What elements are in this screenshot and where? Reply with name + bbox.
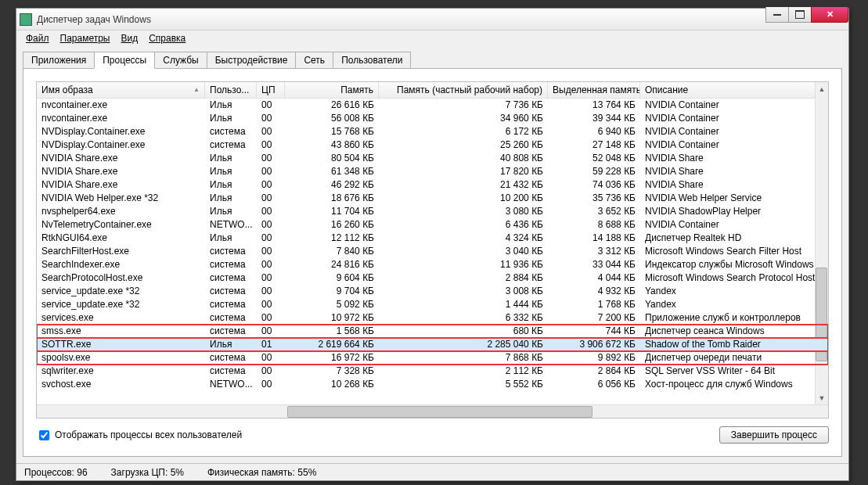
table-row[interactable]: SearchFilterHost.exeсистема007 840 КБ3 0…	[37, 245, 828, 258]
column-headers: Имя образа Пользо... ЦП Память Память (ч…	[37, 82, 828, 99]
cell: 5 552 КБ	[379, 378, 548, 391]
table-row[interactable]: RtkNGUI64.exeИлья0012 112 КБ4 324 КБ14 1…	[37, 232, 828, 245]
cell: 5 092 КБ	[285, 298, 379, 311]
cell: 21 432 КБ	[379, 178, 548, 192]
cell: 10 972 КБ	[285, 311, 379, 325]
menu-file[interactable]: Файл	[21, 31, 54, 45]
table-row[interactable]: smss.exeсистема001 568 КБ680 КБ744 КБДис…	[37, 325, 828, 338]
cell: SearchProtocolHost.exe	[37, 271, 205, 285]
col-description[interactable]: Описание	[640, 82, 828, 98]
tab-1[interactable]: Процессы	[94, 52, 155, 69]
cell: Yandex	[640, 285, 828, 298]
cell: 27 148 КБ	[548, 138, 640, 152]
cell: service_update.exe *32	[37, 298, 205, 311]
tab-3[interactable]: Быстродействие	[207, 52, 297, 69]
scroll-up-icon[interactable]: ▲	[816, 82, 828, 95]
cell: 26 616 КБ	[285, 99, 379, 112]
menu-view[interactable]: Вид	[116, 31, 142, 45]
cell: SOTTR.exe	[37, 338, 205, 351]
table-row[interactable]: sqlwriter.exeсистема007 328 КБ2 112 КБ2 …	[37, 365, 828, 378]
table-row[interactable]: NVIDIA Web Helper.exe *32Илья0018 676 КБ…	[37, 192, 828, 205]
cell: 7 868 КБ	[379, 351, 548, 365]
cell: 2 619 664 КБ	[285, 338, 379, 351]
tab-2[interactable]: Службы	[154, 52, 207, 69]
process-list: Имя образа Пользо... ЦП Память Память (ч…	[36, 81, 829, 419]
table-row[interactable]: service_update.exe *32система009 704 КБ3…	[37, 285, 828, 298]
col-image-name[interactable]: Имя образа	[37, 82, 205, 98]
cell: 43 860 КБ	[285, 138, 379, 152]
cell: 11 936 КБ	[379, 258, 548, 271]
cell: 4 044 КБ	[548, 271, 640, 285]
table-row[interactable]: NVIDIA Share.exeИлья0080 504 КБ40 808 КБ…	[37, 152, 828, 165]
cell: 14 188 КБ	[548, 232, 640, 245]
scroll-down-icon[interactable]: ▼	[816, 391, 828, 404]
table-row[interactable]: SearchIndexer.exeсистема0024 816 КБ11 93…	[37, 258, 828, 271]
maximize-button[interactable]	[788, 7, 812, 23]
cell: 46 292 КБ	[285, 178, 379, 192]
tab-5[interactable]: Пользователи	[333, 52, 411, 69]
cell: 6 940 КБ	[548, 125, 640, 138]
processes-panel: Имя образа Пользо... ЦП Память Память (ч…	[23, 68, 842, 457]
cell: SearchFilterHost.exe	[37, 245, 205, 258]
table-row[interactable]: NVIDIA Share.exeИлья0046 292 КБ21 432 КБ…	[37, 178, 828, 192]
col-private-ws[interactable]: Память (частный рабочий набор)	[379, 82, 548, 98]
table-row[interactable]: SOTTR.exeИлья012 619 664 КБ2 285 040 КБ3…	[37, 338, 828, 351]
tab-0[interactable]: Приложения	[23, 52, 95, 69]
cell: 00	[257, 138, 285, 152]
table-row[interactable]: nvcontainer.exeИлья0056 008 КБ34 960 КБ3…	[37, 112, 828, 125]
list-body[interactable]: nvcontainer.exeИлья0026 616 КБ7 736 КБ13…	[37, 99, 828, 404]
cell: 2 864 КБ	[548, 365, 640, 378]
cell: система	[205, 138, 257, 152]
table-row[interactable]: SearchProtocolHost.exeсистема009 604 КБ2…	[37, 271, 828, 285]
cell: spoolsv.exe	[37, 351, 205, 365]
cell: 39 344 КБ	[548, 112, 640, 125]
menu-help[interactable]: Справка	[144, 31, 190, 45]
cell: Диспетчер сеанса Windows	[640, 325, 828, 338]
end-process-button[interactable]: Завершить процесс	[719, 426, 829, 444]
cell: 52 048 КБ	[548, 152, 640, 165]
col-memory[interactable]: Память	[285, 82, 379, 98]
tab-4[interactable]: Сеть	[295, 52, 333, 69]
table-row[interactable]: spoolsv.exeсистема0016 972 КБ7 868 КБ9 8…	[37, 351, 828, 365]
cell: Yandex	[640, 298, 828, 311]
cell: система	[205, 298, 257, 311]
col-cpu[interactable]: ЦП	[257, 82, 285, 98]
table-row[interactable]: services.exeсистема0010 972 КБ6 332 КБ7 …	[37, 311, 828, 325]
minimize-button[interactable]	[765, 7, 789, 23]
cell: nvcontainer.exe	[37, 112, 205, 125]
h-thumb[interactable]	[287, 406, 592, 418]
table-row[interactable]: NvTelemetryContainer.exeNETWO...0016 260…	[37, 218, 828, 232]
table-row[interactable]: svchost.exeNETWO...0010 268 КБ5 552 КБ6 …	[37, 378, 828, 391]
cell: 16 972 КБ	[285, 351, 379, 365]
cell: 74 036 КБ	[548, 178, 640, 192]
table-row[interactable]: nvcontainer.exeИлья0026 616 КБ7 736 КБ13…	[37, 99, 828, 112]
cell: 1 444 КБ	[379, 298, 548, 311]
cell: 680 КБ	[379, 325, 548, 338]
show-all-users-input[interactable]	[39, 430, 49, 440]
table-row[interactable]: NVDisplay.Container.exeсистема0015 768 К…	[37, 125, 828, 138]
cell: 24 816 КБ	[285, 258, 379, 271]
table-row[interactable]: NVIDIA Share.exeИлья0061 348 КБ17 820 КБ…	[37, 165, 828, 178]
col-commit[interactable]: Выделенная память	[548, 82, 640, 98]
col-user[interactable]: Пользо...	[205, 82, 257, 98]
cell: 3 652 КБ	[548, 205, 640, 218]
horizontal-scrollbar[interactable]	[37, 404, 828, 418]
show-all-users-label: Отображать процессы всех пользователей	[55, 429, 242, 440]
titlebar[interactable]: Диспетчер задач Windows	[16, 9, 848, 31]
cell: svchost.exe	[37, 378, 205, 391]
table-row[interactable]: service_update.exe *32система005 092 КБ1…	[37, 298, 828, 311]
cell: 00	[257, 205, 285, 218]
cell: NVIDIA Share	[640, 165, 828, 178]
cell: nvsphelper64.exe	[37, 205, 205, 218]
cell: 3 008 КБ	[379, 285, 548, 298]
cell: NVIDIA Container	[640, 218, 828, 232]
table-row[interactable]: NVDisplay.Container.exeсистема0043 860 К…	[37, 138, 828, 152]
menu-options[interactable]: Параметры	[56, 31, 115, 45]
close-button[interactable]	[811, 7, 848, 23]
cell: NVDisplay.Container.exe	[37, 138, 205, 152]
cell: 00	[257, 351, 285, 365]
statusbar: Процессов: 96 Загрузка ЦП: 5% Физическая…	[16, 463, 848, 480]
show-all-users-checkbox[interactable]: Отображать процессы всех пользователей	[36, 428, 242, 443]
cell: 9 892 КБ	[548, 351, 640, 365]
table-row[interactable]: nvsphelper64.exeИлья0011 704 КБ3 080 КБ3…	[37, 205, 828, 218]
